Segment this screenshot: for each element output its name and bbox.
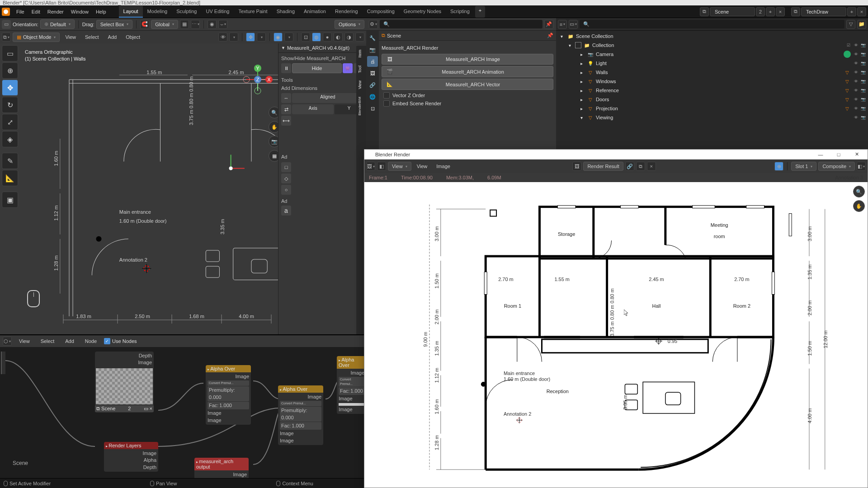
tree-walls[interactable]: ▸▽ Walls▽ 👁📷: [558, 68, 866, 77]
snap-increment-icon[interactable]: ▦: [180, 20, 189, 29]
npanel-title[interactable]: ▼ MeasureIt_ARCH v0.4.6(git): [278, 43, 366, 53]
scene-browse-icon[interactable]: ⧉: [700, 7, 709, 16]
vp-menu-select[interactable]: Select: [81, 34, 103, 40]
dim-icon2[interactable]: ⇄: [281, 104, 291, 114]
snap-toggle-icon[interactable]: 🧲: [140, 20, 149, 29]
outliner-search-field[interactable]: 🔍: [580, 20, 844, 28]
props-search-field[interactable]: 🔍: [380, 20, 542, 28]
add-icon2[interactable]: ◇: [281, 174, 291, 183]
props-editor-icon[interactable]: ⚙: [369, 20, 378, 29]
dim-icon3[interactable]: ⟷: [281, 116, 291, 126]
selectability-icon[interactable]: 👁: [218, 33, 227, 42]
tree-scene-collection[interactable]: ▾📁 Scene Collection: [558, 32, 866, 41]
tree-projection[interactable]: ▸▽ Projection▽ 👁📷: [558, 104, 866, 113]
embed-checkbox[interactable]: [383, 100, 390, 107]
ntab-view[interactable]: View: [356, 77, 366, 93]
transform-space-dropdown[interactable]: Global: [151, 20, 178, 29]
shading-options-icon[interactable]: [355, 33, 364, 42]
snap-options-icon[interactable]: ⋯: [191, 20, 200, 29]
outliner-editor-icon[interactable]: ≡: [558, 20, 567, 29]
scene-name-field[interactable]: Scene: [710, 7, 755, 16]
tab-texture[interactable]: Texture Paint: [234, 6, 272, 18]
props-tab-render-icon[interactable]: 📷: [367, 44, 378, 55]
props-tab-scene-icon[interactable]: 🔗: [367, 80, 378, 90]
overlay-toggle-icon[interactable]: ◉: [274, 33, 283, 42]
render-editor-icon[interactable]: 🖼: [366, 162, 375, 171]
embed-checkbox-row[interactable]: Embed Scene Render: [382, 99, 553, 108]
scene-new-icon[interactable]: +: [766, 7, 775, 16]
select-box-tool-icon[interactable]: ▭: [2, 45, 18, 61]
tab-modeling[interactable]: Modeling: [143, 6, 172, 18]
new-collection-icon[interactable]: 📁: [857, 20, 866, 29]
proportional-options-icon[interactable]: ⌣: [218, 20, 227, 29]
mode-dropdown[interactable]: ▦Object Mode: [13, 33, 60, 42]
props-tab-tool-icon[interactable]: 🔧: [367, 33, 378, 43]
tab-layout[interactable]: Layout: [119, 6, 143, 18]
xray-icon[interactable]: ⊡: [301, 33, 310, 42]
outliner-display-icon[interactable]: ▭: [569, 20, 578, 29]
scale-tool-icon[interactable]: ⤢: [2, 114, 18, 130]
tab-animation[interactable]: Animation: [299, 6, 330, 18]
tree-windows[interactable]: ▸▽ Windows▽ 👁📷: [558, 77, 866, 86]
shading-material-icon[interactable]: ◐: [334, 33, 343, 42]
menu-window[interactable]: Window: [67, 9, 92, 14]
tab-uv[interactable]: UV Editing: [201, 6, 234, 18]
zorder-checkbox[interactable]: [383, 92, 390, 99]
node-canvas[interactable]: Depth Image ⧉ Scene2▭ × ▸ Alpha Over Ima…: [0, 347, 366, 478]
maximize-button[interactable]: □: [830, 150, 848, 159]
render-menu-view[interactable]: View: [413, 164, 431, 169]
editor-type-icon[interactable]: ⧉: [2, 33, 11, 42]
tab-rendering[interactable]: Rendering: [330, 6, 363, 18]
options-dropdown[interactable]: Options: [335, 20, 364, 29]
rotate-tool-icon[interactable]: ↻: [2, 97, 18, 113]
menu-help[interactable]: Help: [92, 9, 110, 14]
layer-browse-icon[interactable]: ⧉: [791, 7, 800, 16]
transform-tool-icon[interactable]: ◈: [2, 131, 18, 147]
node-menu-add[interactable]: Add: [61, 338, 78, 344]
render-del-icon[interactable]: ×: [647, 162, 656, 171]
tree-doors[interactable]: ▸▽ Doors▽ 👁📷: [558, 95, 866, 104]
discord-icon[interactable]: 👾: [343, 63, 353, 73]
layer-delete-icon[interactable]: ×: [857, 7, 866, 16]
add-icon3[interactable]: ○: [281, 185, 291, 195]
pin-icon[interactable]: 📌: [544, 20, 553, 29]
tab-geonodes[interactable]: Geometry Nodes: [399, 6, 446, 18]
ntab-tool[interactable]: Tool: [356, 62, 366, 77]
overlay-options-icon[interactable]: [284, 33, 293, 42]
use-nodes-checkbox[interactable]: ✓ Use Nodes: [104, 338, 137, 344]
tab-scripting[interactable]: Scripting: [446, 6, 474, 18]
tree-reference[interactable]: ▸▽ Reference▽ 👁📷: [558, 86, 866, 95]
render-view-mode[interactable]: View: [388, 162, 411, 171]
node-menu-view[interactable]: View: [15, 338, 33, 344]
scene-delete-icon[interactable]: ×: [776, 7, 785, 16]
image-button[interactable]: 🖼MeasureIt_ARCH Image: [382, 54, 553, 65]
shading-rendered-icon[interactable]: ◑: [344, 33, 354, 42]
drag-dropdown[interactable]: Select Box: [96, 20, 133, 29]
viewport-3d[interactable]: ▭ ⊕ ✥ ↻ ⤢ ◈ ✎ 📐 ▣ Camera Orthographic (1…: [0, 43, 366, 334]
orientation-dropdown[interactable]: ⊕Default: [40, 19, 75, 29]
node-menu-node[interactable]: Node: [81, 338, 100, 344]
render-browse-icon[interactable]: 🖼: [572, 162, 581, 171]
render-pan-icon[interactable]: ✋: [853, 200, 865, 212]
node-measureit-output[interactable]: ▸ measureit_arch output Image Alpha: [194, 458, 249, 478]
node-editor-type-icon[interactable]: ⬡: [3, 337, 12, 346]
render-zoom-icon[interactable]: 🔍: [853, 186, 865, 197]
tab-sculpting[interactable]: Sculpting: [172, 6, 201, 18]
layer-name-field[interactable]: TechDraw: [801, 7, 846, 16]
composite-dropdown[interactable]: Composite: [818, 162, 855, 171]
select-tool-indicator-icon[interactable]: ▭: [2, 20, 11, 29]
selectability-options-icon[interactable]: [229, 33, 238, 42]
minimize-button[interactable]: —: [811, 150, 830, 159]
render-viewport[interactable]: 🔍 ✋: [364, 182, 868, 488]
vector-button[interactable]: 📐MeasureIt_ARCH Vector: [382, 79, 553, 90]
tree-viewing[interactable]: ▾▽ Viewing 👁📷: [558, 113, 866, 122]
channels-icon[interactable]: ◧: [857, 162, 866, 171]
props-tab-output-icon[interactable]: 🖨: [367, 56, 378, 67]
add-workspace-button[interactable]: +: [475, 6, 485, 18]
node-alphaover-1[interactable]: ▸ Alpha Over Image Convert Premul... Pre…: [206, 365, 251, 425]
tree-light[interactable]: ▸💡 Light 👁📷: [558, 59, 866, 68]
ntab-item[interactable]: Item: [356, 46, 366, 61]
render-dup-icon[interactable]: ⧉: [636, 162, 645, 171]
node-renderlayers[interactable]: ▸ Render Layers Image Alpha Depth: [104, 442, 158, 472]
move-tool-icon[interactable]: ✥: [2, 80, 18, 96]
